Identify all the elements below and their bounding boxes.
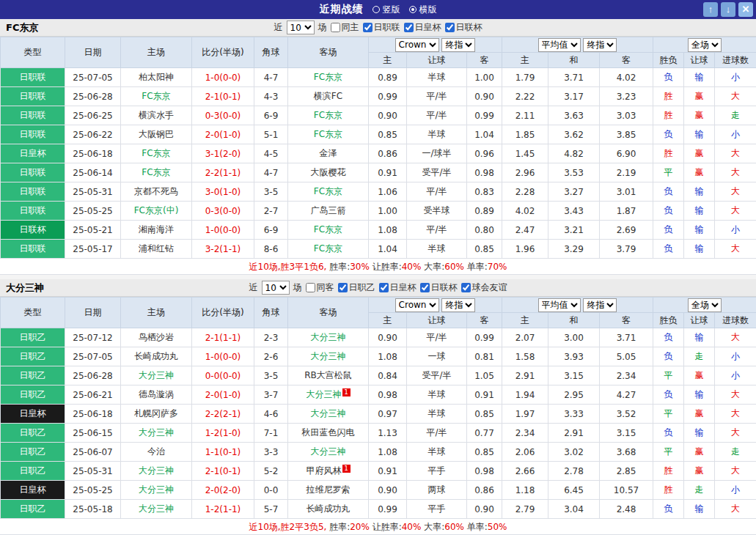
- subcol-avg-away: 客: [600, 313, 653, 328]
- subcol-handicap: 让球: [407, 313, 467, 328]
- away-odds-cell: 0.85: [467, 240, 502, 259]
- scroll-up-button[interactable]: ↑: [703, 2, 718, 17]
- home-odds-cell: 0.97: [369, 405, 407, 424]
- goals-result-cell: 大: [715, 163, 756, 182]
- wdl-result-cell: 负: [653, 385, 684, 405]
- match-date-cell: 25-07-05: [65, 68, 121, 87]
- avg-final-odds-select[interactable]: 终指: [583, 38, 617, 52]
- team-name-text: FC东京: [314, 243, 342, 254]
- avg-away-odds-cell: 3.85: [600, 125, 653, 144]
- same-venue-filter[interactable]: 同客: [306, 281, 334, 294]
- layout-radio-vertical[interactable]: 竖版: [373, 4, 400, 16]
- recent-label-prefix: 近: [274, 21, 283, 34]
- home-odds-cell: 0.84: [369, 366, 407, 385]
- avg-draw-odds-cell: 3.71: [548, 68, 600, 87]
- scope-select[interactable]: 全场: [688, 38, 722, 52]
- bookmaker-select[interactable]: Crown: [395, 298, 439, 312]
- away-odds-cell: 1.04: [467, 125, 502, 144]
- final-odds-select[interactable]: 终指: [441, 298, 475, 312]
- final-odds-select[interactable]: 终指: [441, 38, 475, 52]
- league-filter-checkbox[interactable]: 日皇杯: [404, 21, 441, 34]
- league-filter-checkbox[interactable]: 球会友谊: [461, 281, 507, 294]
- avg-home-odds-cell: 2.06: [502, 443, 548, 462]
- corners-cell: 3-5: [254, 366, 288, 385]
- subcol-avg-home: 主: [502, 53, 548, 68]
- home-odds-cell: 0.89: [369, 68, 407, 87]
- table-row: 日职联 25-05-25 FC东京(中) 0-3(0-0) 2-7 广岛三箭 1…: [1, 202, 756, 221]
- layout-radio-horizontal[interactable]: 横版: [409, 4, 437, 16]
- subcol-away-odds: 客: [467, 53, 502, 68]
- handicap-cell: 半球: [407, 405, 467, 424]
- goals-result-cell: 走: [715, 443, 756, 462]
- team-name-text: FC东京: [142, 91, 170, 101]
- col-header-corner: 角球: [254, 37, 288, 68]
- same-venue-checkbox[interactable]: [306, 283, 315, 292]
- corners-cell: 4-7: [254, 68, 288, 87]
- handicap-cell: 半球: [407, 68, 467, 87]
- goals-result-cell: 大: [715, 424, 756, 443]
- same-venue-checkbox[interactable]: [331, 23, 340, 32]
- wdl-result-cell: 平: [653, 366, 684, 385]
- table-row: 日联杯 25-05-21 湘南海洋 1-0(0-0) 6-9 FC东京 1.08…: [1, 221, 756, 240]
- away-team-cell: FC东京: [288, 221, 369, 240]
- average-select[interactable]: 平均值: [538, 298, 581, 312]
- goals-result-cell: 大: [715, 182, 756, 202]
- scope-select[interactable]: 全场: [688, 298, 722, 312]
- score-cell: 3-1(2-0): [192, 144, 254, 163]
- col-header-date: 日期: [65, 298, 121, 328]
- close-button[interactable]: ✕: [738, 2, 753, 17]
- avg-home-odds-cell: 1.45: [502, 144, 548, 163]
- table-row: 日职联 25-05-31 京都不死鸟 3-0(1-0) 3-5 FC东京 1.0…: [1, 182, 756, 202]
- average-select[interactable]: 平均值: [538, 38, 581, 52]
- home-odds-cell: 0.90: [369, 328, 407, 347]
- team-name-text: FC东京: [314, 72, 342, 82]
- league-filter-checkbox[interactable]: 日皇杯: [379, 281, 416, 294]
- handicap-cell: 受平/半: [407, 366, 467, 385]
- same-venue-filter[interactable]: 同主: [331, 21, 359, 34]
- col-header-home: 主场: [121, 37, 192, 68]
- table-row: 日职乙 25-05-18 大分三神 1-2(1-1) 5-7 长崎成功丸 0.9…: [1, 500, 756, 519]
- league-filter-checkbox[interactable]: 日联杯: [445, 21, 482, 34]
- team-name-text: 拉维尼罗索: [307, 484, 351, 495]
- result-scope-header: 全场: [653, 37, 756, 53]
- col-header-type: 类型: [1, 37, 65, 68]
- team-name-text: FC东京(中): [134, 205, 179, 215]
- wdl-result-cell: 负: [653, 347, 684, 366]
- subcol-avg-draw: 和: [548, 313, 600, 328]
- goals-result-cell: 大: [715, 202, 756, 221]
- scroll-down-button[interactable]: ↓: [721, 2, 735, 17]
- score-cell: 1-0(0-0): [192, 68, 254, 87]
- team-name-text: 广岛三箭: [311, 205, 346, 215]
- league-filter-checkbox[interactable]: 日联杯: [420, 281, 458, 294]
- league-filter-checkbox[interactable]: 日职联: [363, 21, 400, 34]
- wdl-result-cell: 胜: [653, 87, 684, 106]
- recent-count-select[interactable]: 10: [262, 281, 290, 295]
- handicap-result-cell: 输: [684, 424, 715, 443]
- wdl-result-cell: 负: [653, 125, 684, 144]
- league-filter-checkbox[interactable]: 日职乙: [338, 281, 375, 294]
- section-header: 大分三神 近 10 场 同客 日职乙日皇杯日联杯球会友谊: [0, 279, 756, 297]
- bookmaker-select[interactable]: Crown: [395, 38, 439, 52]
- avg-away-odds-cell: 2.69: [600, 221, 653, 240]
- avg-draw-odds-cell: 2.78: [548, 462, 600, 481]
- avg-away-odds-cell: 3.68: [600, 443, 653, 462]
- home-team-cell: 鸟栖沙岩: [121, 328, 192, 347]
- wdl-result-cell: 平: [653, 163, 684, 182]
- match-date-cell: 25-05-25: [65, 202, 121, 221]
- avg-draw-odds-cell: 2.95: [548, 385, 600, 405]
- team-name-text: FC东京: [314, 224, 342, 235]
- home-odds-cell: 0.99: [369, 500, 407, 519]
- match-type-cell: 日职乙: [1, 385, 65, 405]
- avg-draw-odds-cell: 6.45: [548, 481, 600, 500]
- away-team-cell: 大阪樱花: [288, 163, 369, 182]
- corners-cell: 5-7: [254, 500, 288, 519]
- handicap-cell: 平/半: [407, 106, 467, 125]
- team-name-text: 札幌冈萨多: [134, 408, 178, 418]
- corners-cell: 6-9: [254, 106, 288, 125]
- avg-final-odds-select[interactable]: 终指: [583, 298, 617, 312]
- handicap-cell: 平/半: [407, 87, 467, 106]
- home-team-cell: 横滨水手: [121, 106, 192, 125]
- recent-count-select[interactable]: 10: [287, 21, 315, 34]
- away-team-cell: 大分三神: [288, 443, 369, 462]
- team-name-text: 柏太阳神: [139, 72, 174, 82]
